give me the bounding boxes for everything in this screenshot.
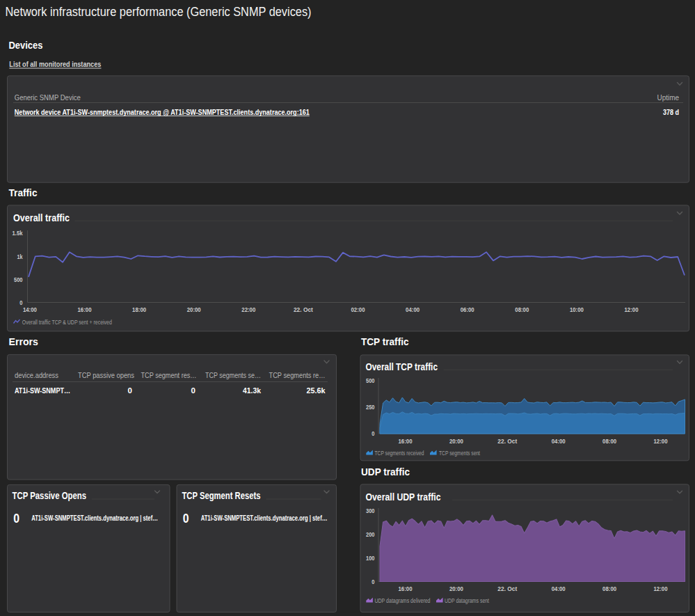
svg-text:04:00: 04:00 (552, 437, 566, 445)
svg-text:14:00: 14:00 (23, 306, 37, 313)
svg-text:AT1i-SW-SNMPTEST.clients.dynat: AT1i-SW-SNMPTEST.clients.dynatrace.org |… (31, 514, 158, 522)
svg-text:08:00: 08:00 (602, 437, 616, 445)
svg-text:Devices: Devices (9, 39, 43, 51)
svg-text:Overall traffic TCP & UDP sent: Overall traffic TCP & UDP sent + receive… (22, 318, 112, 326)
svg-text:41.3k: 41.3k (243, 386, 262, 395)
svg-text:22. Oct: 22. Oct (497, 585, 518, 592)
svg-text:Overall TCP traffic: Overall TCP traffic (366, 361, 438, 372)
svg-text:20:00: 20:00 (449, 585, 463, 592)
svg-text:1k: 1k (17, 253, 24, 260)
svg-text:10:00: 10:00 (570, 306, 584, 313)
svg-text:500: 500 (366, 377, 375, 384)
svg-text:04:00: 04:00 (552, 585, 566, 592)
svg-text:Overall UDP traffic: Overall UDP traffic (366, 491, 441, 503)
svg-text:20:00: 20:00 (187, 306, 201, 313)
svg-text:20:00: 20:00 (449, 437, 463, 445)
svg-text:1.5k: 1.5k (13, 229, 24, 237)
svg-text:200: 200 (366, 530, 375, 538)
svg-text:12:00: 12:00 (654, 585, 668, 592)
svg-text:Traffic: Traffic (9, 187, 38, 198)
svg-text:UDP datagrams sent: UDP datagrams sent (445, 597, 489, 604)
svg-text:device.address: device.address (15, 371, 58, 379)
svg-text:0: 0 (191, 386, 195, 395)
svg-text:0: 0 (128, 386, 132, 395)
svg-text:TCP Segment Resets: TCP Segment Resets (182, 489, 261, 501)
svg-text:Generic SNMP Device: Generic SNMP Device (15, 93, 81, 102)
svg-text:16:00: 16:00 (399, 585, 413, 592)
svg-text:100: 100 (366, 554, 375, 562)
svg-text:TCP segment res…: TCP segment res… (141, 371, 197, 379)
svg-text:0: 0 (183, 511, 189, 526)
svg-text:Network device AT1i-SW-snmptes: Network device AT1i-SW-snmptest.dynatrac… (15, 108, 310, 116)
svg-text:Network infrastructure perform: Network infrastructure performance (Gene… (6, 5, 312, 19)
svg-text:08:00: 08:00 (515, 306, 529, 313)
svg-text:TCP Passive Opens: TCP Passive Opens (13, 489, 87, 501)
svg-text:Overall traffic: Overall traffic (13, 212, 70, 223)
svg-text:TCP passive opens: TCP passive opens (78, 371, 134, 379)
svg-text:22. Oct: 22. Oct (497, 437, 518, 445)
svg-text:Uptime: Uptime (657, 93, 680, 102)
svg-text:04:00: 04:00 (406, 306, 420, 313)
svg-text:UDP traffic: UDP traffic (361, 466, 410, 477)
svg-text:0: 0 (19, 299, 22, 306)
svg-text:16:00: 16:00 (78, 306, 92, 313)
svg-text:List of all monitored instance: List of all monitored instances (9, 60, 101, 68)
svg-text:06:00: 06:00 (461, 306, 474, 313)
svg-text:300: 300 (366, 507, 375, 514)
svg-text:250: 250 (366, 403, 375, 411)
svg-text:TCP segments sent: TCP segments sent (439, 449, 480, 457)
svg-text:378 d: 378 d (663, 108, 679, 116)
svg-text:TCP segments received: TCP segments received (375, 449, 424, 457)
svg-text:TCP traffic: TCP traffic (361, 335, 409, 347)
svg-text:22:00: 22:00 (241, 306, 255, 313)
svg-text:0: 0 (372, 578, 374, 585)
svg-text:12:00: 12:00 (625, 306, 639, 313)
svg-text:22. Oct: 22. Oct (294, 306, 314, 313)
svg-text:AT1i-SW-SNMPTEST.clients.dynat: AT1i-SW-SNMPTEST.clients.dynatrace.org |… (201, 514, 328, 522)
svg-text:TCP segments se…: TCP segments se… (205, 371, 261, 379)
svg-text:08:00: 08:00 (602, 585, 616, 592)
svg-text:25.6k: 25.6k (307, 386, 326, 395)
svg-text:02:00: 02:00 (351, 306, 365, 313)
svg-text:TCP segments re…: TCP segments re… (269, 371, 326, 379)
svg-text:12:00: 12:00 (654, 437, 668, 445)
svg-text:18:00: 18:00 (132, 306, 146, 313)
svg-text:500: 500 (14, 276, 23, 283)
svg-text:0: 0 (372, 429, 374, 437)
svg-text:AT1i-SW-SNMPT…: AT1i-SW-SNMPT… (15, 386, 70, 395)
svg-text:Errors: Errors (9, 335, 39, 347)
svg-text:16:00: 16:00 (399, 437, 413, 445)
svg-text:UDP datagrams delivered: UDP datagrams delivered (375, 597, 431, 604)
svg-text:0: 0 (13, 511, 19, 526)
